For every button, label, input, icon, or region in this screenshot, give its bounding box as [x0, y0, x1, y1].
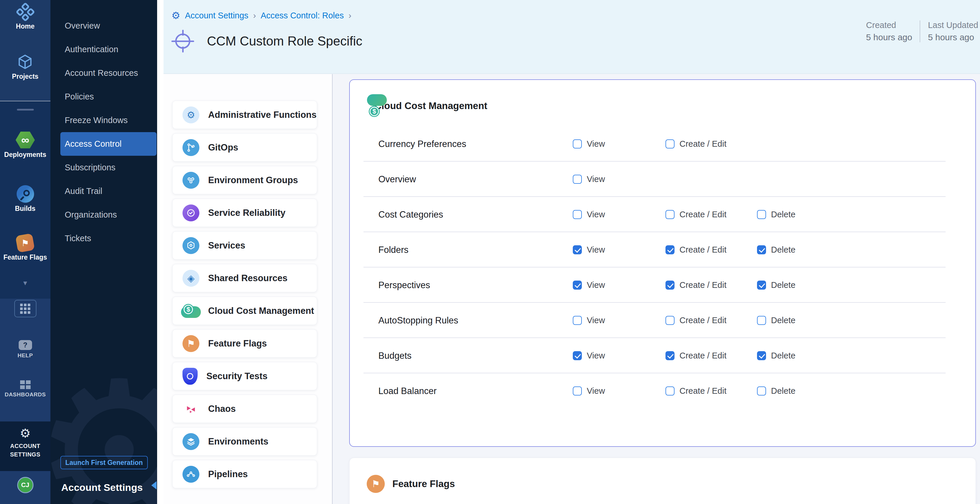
- rail-drag-handle-icon[interactable]: [17, 109, 34, 110]
- scrollbar-gutter[interactable]: [157, 0, 164, 504]
- load-balancer-create-edit-checkbox[interactable]: [665, 386, 675, 396]
- rail-item-dashboards[interactable]: DASHBOARDS: [5, 380, 46, 398]
- menu-item-subscriptions[interactable]: Subscriptions: [51, 156, 157, 179]
- budgets-delete-checkbox[interactable]: [757, 351, 766, 360]
- category-cloud-cost-management[interactable]: $Cloud Cost Management: [172, 297, 317, 325]
- rail-item-label: Builds: [15, 205, 35, 213]
- folders-view-checkbox[interactable]: [573, 245, 582, 254]
- budgets-view-checkbox[interactable]: [573, 351, 582, 360]
- created-meta: Created 5 hours ago: [866, 21, 912, 42]
- menu-item-tickets[interactable]: Tickets: [51, 226, 157, 250]
- menu-item-organizations[interactable]: Organizations: [51, 203, 157, 226]
- category-pipelines[interactable]: Pipelines: [172, 460, 317, 488]
- permission-delete: Delete: [757, 245, 795, 255]
- menu-item-access-control[interactable]: Access Control: [60, 132, 156, 156]
- module-grid-button[interactable]: [14, 300, 37, 317]
- autostopping-rules-delete-checkbox[interactable]: [757, 316, 766, 325]
- rail-item-account-settings[interactable]: ⚙ ACCOUNT SETTINGS: [0, 421, 51, 471]
- permission-label: Create / Edit: [679, 139, 726, 149]
- category-service-reliability[interactable]: Service Reliability: [172, 199, 317, 227]
- cost-categories-create-edit-checkbox[interactable]: [665, 210, 675, 219]
- menu-item-policies[interactable]: Policies: [51, 85, 157, 108]
- permission-row-autostopping-rules: AutoStopping RulesViewCreate / EditDelet…: [379, 303, 946, 338]
- last-updated-value: 5 hours ago: [928, 32, 978, 42]
- chevron-down-icon[interactable]: ▼: [22, 279, 29, 287]
- category-label: Cloud Cost Management: [208, 306, 314, 316]
- folders-delete-checkbox[interactable]: [757, 245, 766, 254]
- currency-preferences-view-checkbox[interactable]: [573, 139, 582, 148]
- breadcrumb-account-settings[interactable]: Account Settings: [185, 11, 248, 21]
- panel-header: ⚑ Feature Flags: [367, 474, 976, 493]
- admin-gear-icon: ⚙: [183, 107, 199, 123]
- menu-item-overview[interactable]: Overview: [51, 14, 157, 38]
- menu-item-audit-trail[interactable]: Audit Trail: [51, 179, 157, 203]
- permission-view: View: [573, 316, 665, 325]
- permission-label: Create / Edit: [679, 280, 726, 290]
- breadcrumb-access-control-roles[interactable]: Access Control: Roles: [261, 11, 344, 21]
- help-label: HELP: [18, 352, 33, 359]
- permission-delete: Delete: [757, 351, 795, 360]
- rail-lower-section: ? HELP DASHBOARDS: [0, 299, 51, 421]
- help-chat-icon: ?: [19, 340, 32, 350]
- resource-label: Folders: [379, 245, 573, 255]
- permission-view: View: [573, 386, 665, 396]
- permission-label: View: [587, 139, 605, 149]
- category-chaos[interactable]: Chaos: [172, 395, 317, 423]
- launch-first-generation-button[interactable]: Launch First Generation: [60, 456, 148, 469]
- rail-item-label: Feature Flags: [3, 254, 47, 262]
- feature-flags-icon: ⚑: [183, 335, 199, 352]
- load-balancer-delete-checkbox[interactable]: [757, 386, 766, 396]
- category-gitops[interactable]: GitOps: [172, 133, 317, 161]
- permission-create-edit: Create / Edit: [665, 210, 757, 219]
- resource-label: Overview: [379, 174, 573, 185]
- category-services[interactable]: Services: [172, 231, 317, 260]
- perspectives-create-edit-checkbox[interactable]: [665, 281, 675, 290]
- cost-categories-delete-checkbox[interactable]: [757, 210, 766, 219]
- permission-row-load-balancer: Load BalancerViewCreate / EditDelete: [379, 373, 946, 408]
- gear-icon: ⚙: [20, 427, 31, 440]
- overview-view-checkbox[interactable]: [573, 175, 582, 184]
- rail-item-builds[interactable]: Builds: [15, 185, 35, 213]
- category-environments[interactable]: Environments: [172, 427, 317, 456]
- autostopping-rules-view-checkbox[interactable]: [573, 316, 582, 325]
- category-environment-groups[interactable]: Environment Groups: [172, 166, 317, 194]
- security-tests-icon: [183, 368, 197, 385]
- category-feature-flags[interactable]: ⚑Feature Flags: [172, 329, 317, 357]
- permission-create-edit: Create / Edit: [665, 245, 757, 255]
- load-balancer-view-checkbox[interactable]: [573, 386, 582, 396]
- harness-logo-icon: [16, 2, 35, 22]
- rail-item-projects[interactable]: Projects: [12, 53, 38, 80]
- rail-item-home[interactable]: Home: [16, 3, 35, 30]
- category-security-tests[interactable]: Security Tests: [172, 362, 317, 390]
- category-label: Services: [208, 240, 245, 251]
- created-label: Created: [866, 21, 912, 30]
- category-shared-resources[interactable]: ◈Shared Resources: [172, 264, 317, 292]
- permission-label: View: [587, 245, 605, 255]
- shared-resources-icon: ◈: [183, 270, 199, 287]
- rail-item-deployments[interactable]: ∞ Deployments: [4, 131, 46, 159]
- autostopping-rules-create-edit-checkbox[interactable]: [665, 316, 675, 325]
- module-rail: Home Projects ∞ Deployments Builds ⚑ Fea…: [0, 0, 51, 504]
- permission-view: View: [573, 139, 665, 149]
- rail-item-feature-flags[interactable]: ⚑ Feature Flags: [3, 234, 47, 262]
- permission-row-cost-categories: Cost CategoriesViewCreate / EditDelete: [379, 197, 946, 232]
- folders-create-edit-checkbox[interactable]: [665, 245, 675, 254]
- menu-item-freeze-windows[interactable]: Freeze Windows: [51, 108, 157, 132]
- menu-item-authentication[interactable]: Authentication: [51, 38, 157, 61]
- permission-label: View: [587, 386, 605, 396]
- cost-categories-view-checkbox[interactable]: [573, 210, 582, 219]
- permission-label: View: [587, 174, 605, 184]
- currency-preferences-create-edit-checkbox[interactable]: [665, 139, 675, 148]
- rail-item-help[interactable]: ? HELP: [18, 340, 33, 359]
- collapse-sidebar-icon[interactable]: [151, 481, 156, 490]
- perspectives-delete-checkbox[interactable]: [757, 281, 766, 290]
- budgets-create-edit-checkbox[interactable]: [665, 351, 675, 360]
- permission-row-folders: FoldersViewCreate / EditDelete: [379, 232, 946, 268]
- perspectives-view-checkbox[interactable]: [573, 281, 582, 290]
- permission-delete: Delete: [757, 280, 795, 290]
- permission-delete: Delete: [757, 316, 795, 325]
- page-title: CCM Custom Role Specific: [207, 34, 362, 48]
- category-administrative-functions[interactable]: ⚙Administrative Functions: [172, 100, 317, 129]
- avatar[interactable]: CJ: [17, 477, 33, 493]
- menu-item-account-resources[interactable]: Account Resources: [51, 61, 157, 85]
